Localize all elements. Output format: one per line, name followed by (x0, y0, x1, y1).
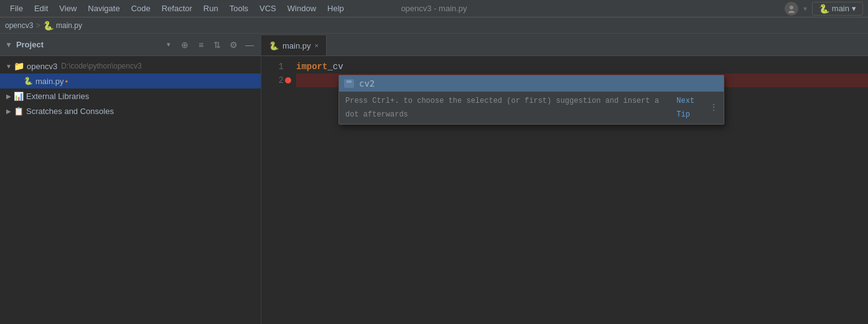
menu-navigate[interactable]: Navigate (83, 2, 124, 15)
breadcrumb-separator: > (35, 21, 40, 30)
tree-arrow-opencv3: ▼ (5, 63, 12, 70)
menubar-items: File Edit View Navigate Code Refactor Ru… (5, 2, 785, 15)
autocomplete-pkg-icon (344, 79, 354, 88)
menu-vcs[interactable]: VCS (254, 2, 281, 15)
editor-tabs: 🐍 main.py × (261, 34, 868, 56)
code-module-cv: _cv (327, 60, 343, 74)
menu-tools[interactable]: Tools (225, 2, 253, 15)
run-config-label: main (832, 4, 849, 13)
menu-code[interactable]: Code (126, 2, 156, 15)
tab-file-icon: 🐍 (269, 41, 279, 50)
sidebar-collapse-arrow[interactable]: ▼ (5, 40, 12, 49)
collapse-all-button[interactable]: ≡ (195, 39, 207, 51)
code-line-1[interactable]: import_cv (296, 60, 868, 74)
project-sidebar: ▼ Project ▾ ⊕ ≡ ⇅ ⚙ — ▼ 📁 opencv3 D:\cod… (0, 34, 261, 324)
line-number-1: 1 (261, 60, 284, 74)
editor-content[interactable]: 1 2 import_cv (261, 56, 868, 324)
menubar-right: ▾ 🐍 main ▾ (785, 2, 863, 16)
menu-run[interactable]: Run (198, 2, 223, 15)
breadcrumb-bar: opencv3 > 🐍 main.py (0, 17, 868, 34)
folder-icon-opencv3: 📁 (14, 61, 24, 71)
expand-all-button[interactable]: ⇅ (211, 39, 223, 51)
run-config-button[interactable]: 🐍 main ▾ (812, 2, 863, 16)
svg-point-1 (788, 11, 795, 13)
tree-item-opencv3[interactable]: ▼ 📁 opencv3 D:\code\python\opencv3 (0, 59, 261, 74)
sidebar-title: Project (16, 40, 159, 49)
menu-help[interactable]: Help (322, 2, 349, 15)
breadcrumb-file-icon: 🐍 (43, 21, 54, 31)
window-title: opencv3 - main.py (401, 4, 467, 13)
error-indicator: ● (65, 79, 68, 84)
sidebar-actions: ⊕ ≡ ⇅ ⚙ — (179, 39, 256, 51)
sidebar-content: ▼ 📁 opencv3 D:\code\python\opencv3 🐍 mai… (0, 56, 261, 324)
menu-edit[interactable]: Edit (29, 2, 53, 15)
line-number-2: 2 (261, 74, 284, 87)
scratches-icon: 📋 (14, 107, 24, 116)
tab-label: main.py (282, 41, 311, 50)
autocomplete-label-cv2: cv2 (359, 77, 375, 90)
tree-label-scratches: Scratches and Consoles (26, 107, 114, 116)
next-tip-link[interactable]: Next Tip (676, 94, 707, 122)
autocomplete-hint-bar: Press Ctrl+. to choose the selected (or … (339, 92, 724, 124)
menu-view[interactable]: View (54, 2, 82, 15)
tree-arrow-scratches: ▶ (5, 108, 12, 115)
minimize-button[interactable]: — (243, 39, 256, 51)
settings-button[interactable]: ⚙ (227, 39, 240, 51)
sidebar-header: ▼ Project ▾ ⊕ ≡ ⇅ ⚙ — (0, 34, 261, 56)
tree-label-external: External Libraries (26, 92, 89, 101)
menu-refactor[interactable]: Refactor (157, 2, 197, 15)
user-icon[interactable] (785, 2, 798, 16)
menu-window[interactable]: Window (282, 2, 321, 15)
external-libraries-icon: 📊 (14, 92, 24, 101)
autocomplete-menu-icon[interactable]: ⋮ (710, 101, 717, 115)
menubar: File Edit View Navigate Code Refactor Ru… (0, 0, 868, 17)
menu-file[interactable]: File (5, 2, 28, 15)
tree-item-scratches[interactable]: ▶ 📋 Scratches and Consoles (0, 103, 261, 118)
tree-item-main-py[interactable]: 🐍 main.py ● (0, 74, 261, 88)
svg-rect-3 (347, 80, 352, 83)
python-run-icon: 🐍 (819, 4, 829, 14)
tree-arrow-external: ▶ (5, 93, 12, 100)
autocomplete-hint-text: Press Ctrl+. to choose the selected (or … (345, 94, 674, 122)
tree-label-main-py: main.py (35, 77, 64, 86)
breadcrumb-file[interactable]: main.py (56, 21, 82, 30)
tab-main-py[interactable]: 🐍 main.py × (261, 36, 327, 55)
editor-area: 🐍 main.py × 1 2 import_cv (261, 34, 868, 324)
tree-item-external-libraries[interactable]: ▶ 📊 External Libraries (0, 88, 261, 103)
locate-button[interactable]: ⊕ (179, 39, 191, 51)
autocomplete-popup: cv2 Press Ctrl+. to choose the selected … (338, 75, 724, 125)
error-breakpoint-dot[interactable] (285, 77, 291, 83)
user-dropdown-arrow[interactable]: ▾ (803, 4, 807, 13)
user-avatar-icon (787, 4, 796, 13)
keyword-import: import (296, 60, 327, 74)
python-file-icon: 🐍 (24, 77, 33, 85)
tab-close-button[interactable]: × (315, 42, 319, 49)
run-dropdown-arrow: ▾ (852, 4, 856, 13)
svg-rect-2 (345, 82, 353, 87)
tree-label-opencv3: opencv3 (27, 62, 57, 71)
code-area[interactable]: import_cv cv2 (289, 56, 868, 324)
line-numbers: 1 2 (261, 56, 289, 324)
tree-path-opencv3: D:\code\python\opencv3 (61, 62, 141, 70)
breadcrumb-project[interactable]: opencv3 (5, 21, 33, 30)
project-dropdown-arrow[interactable]: ▾ (162, 39, 175, 51)
autocomplete-item-cv2[interactable]: cv2 (339, 75, 724, 92)
main-layout: ▼ Project ▾ ⊕ ≡ ⇅ ⚙ — ▼ 📁 opencv3 D:\cod… (0, 34, 868, 324)
svg-point-0 (790, 6, 793, 9)
